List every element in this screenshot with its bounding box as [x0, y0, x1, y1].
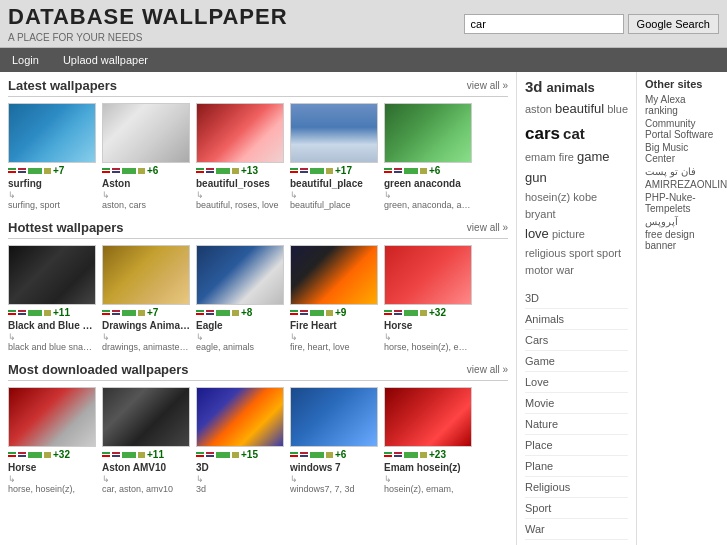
search-button[interactable]: Google Search: [628, 14, 719, 34]
tag-hosein[interactable]: hosein(z): [525, 191, 570, 203]
wallpaper-tags: ↳black and blue snake, animals: [8, 332, 96, 352]
other-site-link[interactable]: AMIRREZAONLINE: [645, 179, 719, 190]
list-item[interactable]: +32 Horse ↳horse, hosein(z),: [8, 387, 96, 494]
wallpaper-thumb[interactable]: [290, 103, 378, 163]
wallpaper-name: Eagle: [196, 320, 284, 331]
tag-aston[interactable]: aston: [525, 103, 552, 115]
category-item[interactable]: Movie: [525, 393, 628, 414]
list-item[interactable]: +11 Black and Blue Snake ↳black and blue…: [8, 245, 96, 352]
tag-bryant[interactable]: bryant: [525, 208, 556, 220]
tag-beautiful[interactable]: beautiful: [555, 101, 604, 116]
category-item[interactable]: Sport: [525, 498, 628, 519]
login-button[interactable]: Login: [0, 48, 51, 72]
wallpaper-thumb[interactable]: [8, 103, 96, 163]
list-item[interactable]: +23 Emam hosein(z) ↳hosein(z), emam,: [384, 387, 472, 494]
hottest-view-all[interactable]: view all »: [467, 222, 508, 233]
upload-button[interactable]: Uplaod wallpaper: [51, 48, 160, 72]
downloaded-view-all[interactable]: view all »: [467, 364, 508, 375]
category-item[interactable]: Love: [525, 372, 628, 393]
rating-num: +11: [147, 449, 164, 460]
list-item[interactable]: +13 beautiful_roses ↳beautiful, roses, l…: [196, 103, 284, 210]
tag-fire[interactable]: fire: [559, 151, 574, 163]
list-item[interactable]: +6 green anaconda ↳green, anaconda, anim…: [384, 103, 472, 210]
flag-ir: [384, 310, 392, 315]
category-item[interactable]: War: [525, 519, 628, 540]
latest-view-all[interactable]: view all »: [467, 80, 508, 91]
wallpaper-tags: ↳beautiful_place: [290, 190, 378, 210]
tag-blue[interactable]: blue: [607, 103, 628, 115]
list-item[interactable]: +8 Eagle ↳eagle, animals: [196, 245, 284, 352]
category-item[interactable]: Game: [525, 351, 628, 372]
hottest-grid: +11 Black and Blue Snake ↳black and blue…: [8, 245, 508, 352]
category-item[interactable]: Cars: [525, 330, 628, 351]
wallpaper-tags: ↳horse, hosein(z), emam: [384, 332, 472, 352]
bar-green: [122, 310, 136, 316]
wallpaper-thumb[interactable]: [196, 245, 284, 305]
category-item[interactable]: Religious: [525, 477, 628, 498]
bar-green: [404, 452, 418, 458]
tag-emam[interactable]: emam: [525, 151, 556, 163]
list-item[interactable]: +7 surfing ↳surfing, sport: [8, 103, 96, 210]
category-item[interactable]: 3D: [525, 288, 628, 309]
wallpaper-thumb[interactable]: [102, 245, 190, 305]
wallpaper-thumb[interactable]: [384, 387, 472, 447]
search-area: Google Search: [464, 14, 719, 34]
rating-num: +6: [429, 165, 440, 176]
bar-green: [28, 452, 42, 458]
tag-picture[interactable]: picture: [552, 228, 585, 240]
wallpaper-thumb[interactable]: [384, 245, 472, 305]
rating-num: +17: [335, 165, 352, 176]
category-item[interactable]: Plane: [525, 456, 628, 477]
tag-love[interactable]: love: [525, 226, 549, 241]
other-site-link[interactable]: Big Music Center: [645, 142, 719, 164]
list-item[interactable]: +32 Horse ↳horse, hosein(z), emam: [384, 245, 472, 352]
other-site-link[interactable]: free design banner: [645, 229, 719, 251]
other-site-link[interactable]: PHP-Nuke-Tempelets: [645, 192, 719, 214]
bar-green: [216, 168, 230, 174]
wallpaper-thumb[interactable]: [8, 387, 96, 447]
wallpaper-tags: ↳car, aston, amv10: [102, 474, 190, 494]
tag-sport1[interactable]: sport: [569, 247, 593, 259]
wallpaper-thumb[interactable]: [102, 387, 190, 447]
tag-game[interactable]: game: [577, 149, 610, 164]
other-site-link[interactable]: فان تو پست: [645, 166, 719, 177]
category-item[interactable]: Nature: [525, 414, 628, 435]
list-item[interactable]: +6 Aston ↳aston, cars: [102, 103, 190, 210]
downloaded-section: Most downloaded wallpapers view all » +3…: [8, 362, 508, 494]
category-item[interactable]: Animals: [525, 309, 628, 330]
tag-cat[interactable]: cat: [563, 125, 585, 142]
tag-motor[interactable]: motor: [525, 264, 553, 276]
other-site-link[interactable]: آپروپس: [645, 216, 719, 227]
category-item[interactable]: Place: [525, 435, 628, 456]
wallpaper-thumb[interactable]: [384, 103, 472, 163]
list-item[interactable]: +6 windows 7 ↳windows7, 7, 3d: [290, 387, 378, 494]
wallpaper-name: beautiful_roses: [196, 178, 284, 189]
search-input[interactable]: [464, 14, 624, 34]
wallpaper-name: Horse: [384, 320, 472, 331]
list-item[interactable]: +15 3D ↳3d: [196, 387, 284, 494]
tag-sport2[interactable]: sport: [597, 247, 621, 259]
wallpaper-thumb[interactable]: [8, 245, 96, 305]
main-layout: Latest wallpapers view all » +7 surfing …: [0, 72, 727, 545]
list-item[interactable]: +11 Aston AMV10 ↳car, aston, amv10: [102, 387, 190, 494]
tag-religious[interactable]: religious: [525, 247, 566, 259]
wallpaper-thumb[interactable]: [196, 387, 284, 447]
list-item[interactable]: +7 Drawings Animaster ↳drawings, animast…: [102, 245, 190, 352]
list-item[interactable]: +17 beautiful_place ↳beautiful_place: [290, 103, 378, 210]
bar-green: [28, 168, 42, 174]
wallpaper-thumb[interactable]: [102, 103, 190, 163]
tag-gun[interactable]: gun: [525, 170, 547, 185]
flag-ir: [102, 310, 110, 315]
wallpaper-thumb[interactable]: [290, 387, 378, 447]
rating-bar: +8: [196, 307, 284, 318]
wallpaper-thumb[interactable]: [290, 245, 378, 305]
tag-war[interactable]: war: [556, 264, 574, 276]
other-site-link[interactable]: My Alexa ranking: [645, 94, 719, 116]
flag-ir: [196, 452, 204, 457]
wallpaper-thumb[interactable]: [196, 103, 284, 163]
other-site-link[interactable]: Community Portal Software: [645, 118, 719, 140]
list-item[interactable]: +9 Fire Heart ↳fire, heart, love: [290, 245, 378, 352]
flag-us: [300, 310, 308, 315]
tag-kobe[interactable]: kobe: [573, 191, 597, 203]
tag-cars[interactable]: cars: [525, 124, 560, 143]
